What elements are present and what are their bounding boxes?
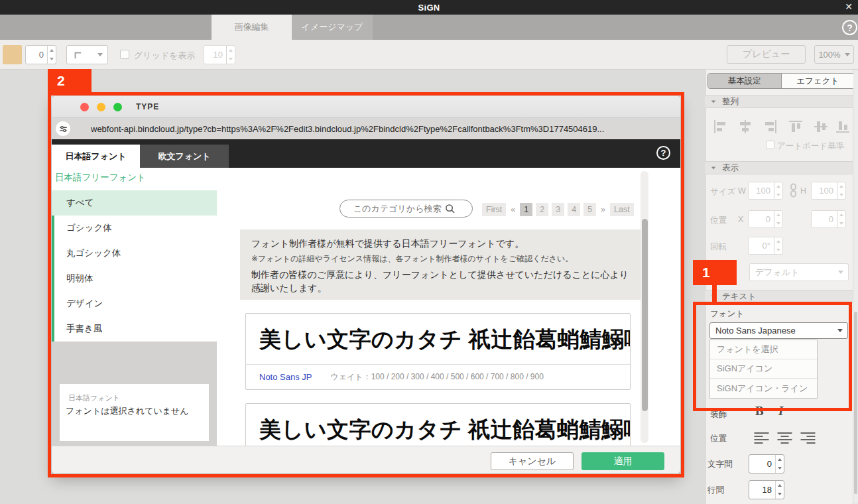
category-all[interactable]: すべて — [52, 190, 217, 216]
x-label: X — [738, 215, 743, 224]
page-prev-button[interactable]: « — [509, 203, 517, 216]
page-1-button[interactable]: 1 — [520, 203, 532, 216]
font-card-mincho[interactable]: 美しい文字のカタチ 祇辻飴葛蛸鯖鰯噌… — [245, 403, 631, 446]
text-align-center-icon[interactable] — [776, 431, 793, 444]
help-icon[interactable]: ? — [842, 20, 857, 35]
page-2-button[interactable]: 2 — [536, 203, 548, 216]
pagination: First « 1 2 3 4 5 » Last — [482, 202, 634, 216]
page-3-button[interactable]: 3 — [552, 203, 564, 216]
address-bar: webfont-api.bindcloud.jp/type?cb=https%3… — [52, 118, 680, 139]
align-center-horizontal-icon[interactable] — [737, 118, 753, 135]
text-align-label: 位置 — [710, 433, 727, 444]
traffic-minimize-icon[interactable] — [97, 103, 105, 111]
selected-font-box: 日本語フォント フォントは選択されていません — [60, 384, 209, 441]
page-tabrow: 画像編集 イメージマップ ? — [0, 15, 858, 40]
search-icon[interactable] — [445, 204, 455, 214]
bold-button[interactable]: B — [755, 404, 764, 418]
category-design[interactable]: デザイン — [52, 291, 217, 316]
annotation-badge-1: 1 — [693, 260, 737, 285]
italic-button[interactable]: I — [778, 404, 783, 418]
corner-style-select[interactable] — [66, 45, 108, 64]
category-heading: 日本語フリーフォント — [55, 172, 146, 184]
apply-button[interactable]: 適用 — [582, 452, 664, 470]
color-swatch[interactable] — [3, 45, 22, 64]
artboard-basis-checkbox[interactable] — [766, 141, 774, 149]
preview-button[interactable]: プレビュー — [727, 45, 806, 64]
page-scrollbar[interactable] — [853, 70, 858, 504]
type-dialog: TYPE webfont-api.bindcloud.jp/type?cb=ht… — [52, 96, 680, 473]
page-5-button[interactable]: 5 — [583, 203, 596, 216]
width-stepper: 100 — [748, 182, 783, 200]
page-4-button[interactable]: 4 — [568, 203, 580, 216]
traffic-zoom-icon[interactable] — [113, 103, 122, 111]
chevron-down-icon — [711, 166, 715, 169]
show-grid-label: グリッドを表示 — [134, 50, 196, 62]
text-align-left-icon[interactable] — [753, 431, 770, 444]
line-height-label: 行間 — [707, 485, 724, 496]
chevron-down-icon — [837, 329, 847, 332]
chevron-down-icon — [711, 100, 715, 103]
font-tabbar: 日本語フォント 欧文フォント ご利用コース フォントごとに表示 28px ? — [52, 139, 680, 168]
category-round-gothic[interactable]: 丸ゴシック体 — [52, 241, 217, 266]
align-top-icon[interactable] — [788, 118, 804, 135]
decoration-label: 装飾 — [710, 409, 727, 420]
tab-image-map[interactable]: イメージマップ — [292, 15, 373, 40]
align-bottom-icon[interactable] — [835, 118, 851, 135]
traffic-close-icon[interactable] — [80, 103, 89, 111]
font-card-noto-sans[interactable]: 美しい文字のカタチ 祇辻飴葛蛸鯖鰯噌庖… Noto Sans JP ウェイト：1… — [245, 313, 631, 390]
notice-line4: 感謝いたします。 — [251, 281, 635, 294]
font-option-select[interactable]: フォントを選択 — [710, 340, 817, 359]
letter-spacing-label: 文字間 — [707, 459, 733, 470]
close-icon[interactable]: ✕ — [845, 1, 853, 12]
category-mincho[interactable]: 明朝体 — [52, 266, 217, 291]
letter-spacing-stepper[interactable]: 0 — [749, 454, 784, 473]
show-grid-checkbox[interactable] — [120, 50, 129, 59]
border-width-stepper[interactable]: 0 — [25, 45, 56, 64]
height-label: H — [800, 186, 806, 196]
align-center-vertical-icon[interactable] — [813, 118, 829, 135]
font-card-footer: Noto Sans JP ウェイト：100 / 200 / 300 / 400 … — [246, 364, 630, 389]
tab-image-edit[interactable]: 画像編集 — [212, 15, 292, 40]
link-dimensions-icon[interactable] — [789, 183, 798, 200]
search-box[interactable] — [339, 200, 473, 218]
grid-size-stepper: 10 — [204, 45, 235, 64]
page-first-button[interactable]: First — [482, 203, 506, 216]
zoom-select[interactable]: 100% — [814, 45, 854, 64]
cancel-button[interactable]: キャンセル — [491, 452, 574, 470]
category-panel-footer: 日本語フォント フォントは選択されていません — [52, 342, 217, 446]
tab-basic-settings[interactable]: 基本設定 — [708, 74, 782, 88]
tab-japanese-fonts[interactable]: 日本語フォント — [52, 145, 140, 168]
font-help-icon[interactable]: ? — [656, 146, 670, 160]
font-list-scrollbar[interactable] — [641, 171, 648, 443]
section-text[interactable]: テキスト — [705, 290, 853, 303]
search-input[interactable] — [352, 203, 445, 214]
site-settings-icon[interactable] — [56, 121, 70, 136]
text-align-right-icon[interactable] — [800, 431, 816, 444]
notice-line3: 制作者の皆様のご厚意により、フリーフォントとして提供させていただけることに心より — [251, 268, 635, 281]
align-left-icon[interactable] — [712, 118, 728, 135]
dialog-titlebar[interactable]: TYPE — [52, 96, 680, 118]
panel-tabs: 基本設定 エフェクト — [707, 73, 855, 89]
align-right-icon[interactable] — [763, 118, 778, 135]
x-stepper: 0 — [748, 210, 783, 228]
category-handwriting[interactable]: 手書き風 — [52, 316, 217, 342]
section-align[interactable]: 整列 — [705, 95, 853, 108]
font-name-link[interactable]: Noto Sans JP — [259, 372, 312, 382]
size-label: サイズ — [710, 186, 735, 198]
font-option-sign-icon[interactable]: SiGNアイコン — [710, 359, 817, 379]
page-next-button[interactable]: » — [599, 203, 607, 216]
font-list-scrollbar-thumb[interactable] — [642, 219, 648, 411]
font-option-sign-icon-line[interactable]: SiGNアイコン・ライン — [710, 379, 817, 398]
url-text[interactable]: webfont-api.bindcloud.jp/type?cb=https%3… — [91, 124, 604, 134]
page-last-button[interactable]: Last — [610, 203, 634, 216]
font-weights: ウェイト：100 / 200 / 300 / 400 / 500 / 600 /… — [331, 371, 544, 383]
section-display[interactable]: 表示 — [705, 161, 853, 174]
annotation-stem-1 — [712, 285, 717, 305]
category-gothic[interactable]: ゴシック体 — [52, 216, 217, 241]
font-select[interactable]: Noto Sans Japanese — [709, 322, 848, 339]
tab-effects[interactable]: エフェクト — [782, 74, 855, 88]
font-label: フォント — [710, 308, 744, 320]
page-scrollbar-thumb[interactable] — [854, 312, 857, 494]
line-height-stepper[interactable]: 18 — [749, 480, 784, 499]
tab-latin-fonts[interactable]: 欧文フォント — [140, 145, 229, 168]
